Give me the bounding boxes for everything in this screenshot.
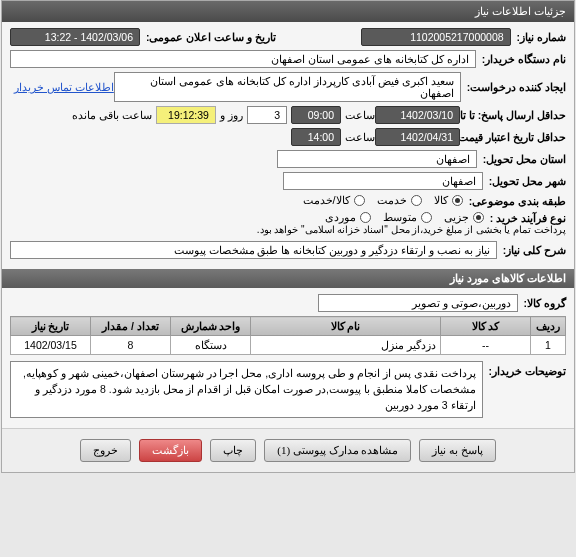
table-row[interactable]: 1 -- دزدگیر منزل دستگاه 8 1402/03/15 [11, 336, 566, 355]
print-button[interactable]: چاپ [210, 439, 256, 462]
goods-table: ردیف کد کالا نام کالا واحد شمارش تعداد /… [10, 316, 566, 355]
cat-goods-radio[interactable]: کالا [434, 194, 463, 207]
need-desc-value: نیاز به نصب و ارتقاء دزدگیر و دوربین کتا… [10, 241, 497, 259]
deadline-date: 1402/03/10 [375, 106, 460, 124]
days-label: روز و [220, 109, 243, 122]
request-details-window: جزئیات اطلاعات نیاز شماره نیاز: 11020052… [1, 0, 575, 473]
th-date: تاریخ نیاز [11, 317, 91, 336]
radio-icon [354, 195, 365, 206]
cat-goods-service-radio[interactable]: کالا/خدمت [303, 194, 365, 207]
radio-icon [360, 212, 371, 223]
respond-button[interactable]: پاسخ به نیاز [419, 439, 496, 462]
creator-value: سعید اکبری فیض آبادی کارپرداز اداره کل ک… [114, 72, 461, 102]
province-label: استان محل تحویل: [483, 153, 566, 165]
cell-name: دزدگیر منزل [251, 336, 441, 355]
subject-cat-label: طبقه بندی موضوعی: [469, 195, 566, 207]
radio-icon [473, 212, 484, 223]
pt-partial-label: جزیی [444, 211, 469, 224]
deadline-time: 09:00 [291, 106, 341, 124]
exit-button[interactable]: خروج [80, 439, 131, 462]
pt-medium-radio[interactable]: متوسط [383, 211, 432, 224]
radio-icon [452, 195, 463, 206]
city-label: شهر محل تحویل: [489, 175, 566, 187]
th-unit: واحد شمارش [171, 317, 251, 336]
th-row: ردیف [531, 317, 566, 336]
goods-group-value: دوربین،صوتی و تصویر [318, 294, 518, 312]
need-desc-label: شرح کلی نیاز: [503, 244, 566, 256]
contact-link[interactable]: اطلاعات تماس خریدار [14, 81, 114, 93]
cat-service-radio[interactable]: خدمت [377, 194, 422, 207]
cell-code: -- [441, 336, 531, 355]
pt-moredi-label: موردی [325, 211, 356, 224]
main-form: شماره نیاز: 1102005217000008 تاریخ و ساع… [2, 22, 574, 269]
buyer-org-value: اداره کل کتابخانه های عمومی استان اصفهان [10, 50, 476, 68]
payment-note: پرداخت تمام یا بخشی از مبلغ خرید،از محل … [257, 224, 566, 235]
cell-unit: دستگاه [171, 336, 251, 355]
remain-time: 19:12:39 [156, 106, 216, 124]
window-title: جزئیات اطلاعات نیاز [475, 5, 566, 17]
purchase-type-label: نوع فرآیند خرید : [490, 212, 566, 224]
footer-buttons: پاسخ به نیاز مشاهده مدارک پیوستی (1) چاپ… [2, 428, 574, 472]
radio-icon [421, 212, 432, 223]
buyer-notes-label: توضیحات خریدار: [489, 361, 566, 377]
title-bar: جزئیات اطلاعات نیاز [2, 1, 574, 22]
validity-date: 1402/04/31 [375, 128, 460, 146]
buyer-notes-value: پرداخت نقدی پس از انجام و طی پروسه اداری… [10, 361, 483, 418]
deadline-label: حداقل ارسال پاسخ: تا تاریخ: [466, 109, 566, 121]
cell-row: 1 [531, 336, 566, 355]
request-no-label: شماره نیاز: [517, 31, 566, 43]
goods-group-label: گروه کالا: [524, 297, 566, 309]
th-name: نام کالا [251, 317, 441, 336]
announce-label: تاریخ و ساعت اعلان عمومی: [146, 31, 276, 43]
goods-header: اطلاعات کالاهای مورد نیاز [2, 269, 574, 288]
attachments-button[interactable]: مشاهده مدارک پیوستی (1) [264, 439, 411, 462]
remain-label: ساعت باقی مانده [72, 109, 152, 122]
cat-goods-service-label: کالا/خدمت [303, 194, 350, 207]
th-code: کد کالا [441, 317, 531, 336]
radio-icon [411, 195, 422, 206]
request-no-value: 1102005217000008 [361, 28, 511, 46]
cell-qty: 8 [91, 336, 171, 355]
cell-date: 1402/03/15 [11, 336, 91, 355]
pt-moredi-radio[interactable]: موردی [325, 211, 371, 224]
back-button[interactable]: بازگشت [139, 439, 202, 462]
buyer-org-label: نام دستگاه خریدار: [482, 53, 566, 65]
validity-label: حداقل تاریخ اعتبار قیمت: تا تاریخ: [466, 131, 566, 143]
creator-label: ایجاد کننده درخواست: [467, 81, 566, 93]
days-count: 3 [247, 106, 287, 124]
time-label-1: ساعت [345, 109, 375, 122]
pt-partial-radio[interactable]: جزیی [444, 211, 484, 224]
validity-time: 14:00 [291, 128, 341, 146]
province-value: اصفهان [277, 150, 477, 168]
cat-goods-label: کالا [434, 194, 448, 207]
city-value: اصفهان [283, 172, 483, 190]
th-qty: تعداد / مقدار [91, 317, 171, 336]
announce-value: 1402/03/06 - 13:22 [10, 28, 140, 46]
time-label-2: ساعت [345, 131, 375, 144]
cat-service-label: خدمت [377, 194, 407, 207]
pt-medium-label: متوسط [383, 211, 417, 224]
